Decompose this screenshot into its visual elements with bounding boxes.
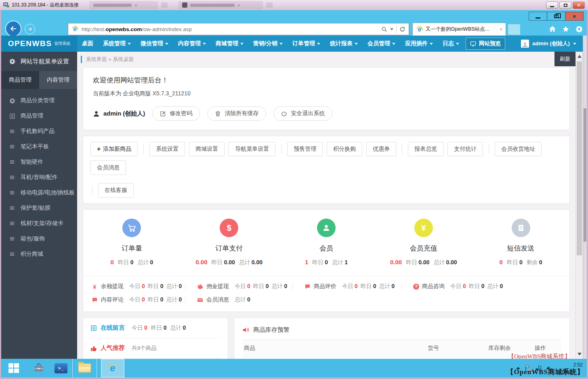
nav-item-system[interactable]: 系统管理 — [98, 36, 136, 52]
sidebar-tabs: 商品管理 内容管理 — [1, 71, 77, 89]
member-address-button[interactable]: 会员收货地址 — [495, 142, 542, 156]
divider — [402, 145, 402, 154]
sidebar-item-product-management[interactable]: 商品管理 — [1, 108, 77, 124]
file-explorer-icon[interactable] — [72, 359, 97, 377]
maximize-button[interactable] — [559, 2, 571, 9]
chevron-down-icon[interactable] — [390, 28, 393, 30]
system-settings-button[interactable]: 系统设置 — [149, 142, 185, 156]
nav-item-content[interactable]: 内容管理 — [173, 36, 211, 52]
sidebar-item-laptops-tablets[interactable]: 笔记本平板 — [1, 139, 77, 154]
online-message-row[interactable]: 在线留言 今日0 昨日0 总计0 — [90, 318, 220, 338]
add-product-button[interactable]: +添加新商品 — [90, 142, 138, 156]
online-service-button[interactable]: 在线客服 — [98, 183, 134, 198]
sidebar-item-headphones-audio[interactable]: 耳机/音响/配件 — [1, 170, 77, 185]
presale-button[interactable]: 预售管理 — [287, 142, 323, 156]
powershell-icon[interactable]: >_ — [55, 363, 67, 373]
member-message-button[interactable]: 会员消息 — [90, 160, 126, 175]
stat-member-recharge: ¥ 会员充值 0.00 昨日0.00 总计0.00 — [375, 219, 472, 266]
sidebar-item-powerbank-battery[interactable]: 移动电源/电池/插线板 — [1, 185, 77, 200]
nav-item-plugins[interactable]: 应用插件 — [400, 36, 438, 52]
watermark: 【OpenWBS商城系统】 — [507, 367, 584, 377]
power-icon — [281, 111, 287, 117]
trash-icon — [215, 111, 221, 117]
gear-icon — [9, 58, 15, 65]
page-scrollbar[interactable] — [575, 52, 583, 359]
sidebar-item-cables-stands-storage[interactable]: 线材/支架/存储卡 — [1, 216, 77, 231]
mini-stat-product-inquiries: ? 商品咨询 今日0 昨日0 总计0 — [401, 283, 569, 290]
minimize-button[interactable] — [546, 2, 558, 9]
scroll-up-arrow-icon[interactable] — [578, 55, 582, 58]
site-preview-button[interactable]: 网站预览 — [466, 38, 505, 50]
nav-item-orders[interactable]: 订单管理 — [288, 36, 325, 52]
server-manager-icon[interactable] — [33, 362, 45, 374]
sidebar-item-smart-hardware[interactable]: 智能硬件 — [1, 154, 77, 170]
gear-icon[interactable] — [575, 25, 583, 33]
nav-item-marketing[interactable]: 营销/分销 — [248, 36, 288, 52]
refresh-icon[interactable] — [399, 26, 405, 32]
logo-text: OPENWBS — [8, 39, 52, 48]
breadcrumb: 系统界面 » 系统桌面 — [86, 56, 134, 63]
tab-content-management[interactable]: 内容管理 — [39, 71, 77, 89]
forward-button[interactable] — [25, 24, 35, 34]
sidebar-item-points-mall[interactable]: 积分商城 — [1, 246, 77, 262]
coupon-button[interactable]: 优惠券 — [366, 142, 396, 156]
internet-explorer-icon[interactable]: e — [101, 359, 124, 377]
menu-icon — [9, 205, 15, 211]
mall-settings-button[interactable]: 商城设置 — [189, 142, 225, 156]
menu-icon — [9, 251, 15, 257]
star-icon[interactable] — [562, 25, 569, 33]
chevron-down-icon — [456, 43, 459, 45]
minimize-button[interactable] — [529, 12, 547, 21]
nav-item-reports[interactable]: 统计报表 — [325, 36, 363, 52]
back-button[interactable] — [5, 21, 21, 37]
clear-cache-button[interactable]: 清除所有缓存 — [207, 106, 266, 121]
new-tab-button[interactable] — [508, 24, 520, 35]
close-icon: × — [134, 3, 137, 8]
sidebar-item-phones-digital[interactable]: 手机数码产品 — [1, 124, 77, 139]
scrollbar-thumb[interactable] — [584, 108, 586, 242]
nav-item-desktop[interactable]: 桌面 — [77, 36, 98, 52]
browser-tab[interactable]: e 又一个新的OpenWBS站点... × — [412, 23, 506, 36]
chevron-down-icon — [317, 43, 320, 45]
close-button[interactable]: × — [565, 12, 584, 21]
blurred-text — [190, 4, 235, 7]
user-menu[interactable]: admin (创始人) — [521, 40, 576, 48]
ie-window-controls: × — [529, 12, 584, 21]
refresh-button[interactable]: 刷新 — [554, 52, 575, 66]
admin-top-nav: OPENWBS 管理系统 桌面 系统管理 微信管理 内容管理 商城管理 营销/分… — [1, 36, 583, 52]
close-button[interactable]: × — [573, 2, 585, 9]
stats-card: 订单量 0 昨日0 总计0 $ 订单支付 0.00 — [83, 209, 570, 312]
window-scrollbar[interactable] — [583, 36, 587, 359]
address-bar[interactable]: e http://test.openwbs.com/ow-admin/index… — [68, 23, 409, 35]
sidebar-item-cases-films[interactable]: 保护套/贴膜 — [1, 200, 77, 216]
scrollbar-thumb[interactable] — [577, 61, 582, 255]
scroll-down-arrow-icon[interactable] — [578, 353, 582, 356]
sidebar-header-nav-menu-settings[interactable]: 网站导航菜单设置 — [1, 52, 77, 71]
rdp-computer-icon — [3, 2, 9, 8]
logout-button[interactable]: 安全退出系统 — [273, 106, 332, 121]
welcome-title: 欢迎使用网站管理后台！ — [93, 76, 560, 85]
divider — [92, 186, 92, 195]
nav-item-wechat[interactable]: 微信管理 — [136, 36, 173, 52]
nav-item-members[interactable]: 会员管理 — [363, 36, 400, 52]
tab-favicon — [182, 2, 187, 8]
start-button[interactable] — [8, 363, 19, 373]
nav-menu-settings-button[interactable]: 导航菜单设置 — [229, 142, 275, 156]
close-tab-icon[interactable]: × — [500, 27, 502, 32]
sidebar-item-bags-apparel[interactable]: 箱包/服饰 — [1, 231, 77, 246]
nav-item-mall[interactable]: 商城管理 — [211, 36, 248, 52]
payment-stats-button[interactable]: 支付统计 — [447, 142, 483, 156]
tab-product-management[interactable]: 商品管理 — [1, 71, 39, 89]
url-text[interactable]: http://test.openwbs.com/ow-admin/index.a… — [82, 26, 381, 32]
sidebar-item-product-category[interactable]: 商品分类管理 — [1, 93, 77, 108]
points-redeem-button[interactable]: 积分换购 — [327, 142, 362, 156]
popular-recommend-row[interactable]: 人气推荐 共9个商品 — [90, 338, 220, 358]
restore-button[interactable] — [547, 12, 565, 21]
search-icon[interactable] — [381, 26, 387, 32]
thumbs-up-icon — [90, 345, 97, 352]
menu-icon — [9, 221, 15, 226]
nav-item-logs[interactable]: 日志 — [438, 36, 464, 52]
change-password-button[interactable]: 修改密码 — [152, 106, 200, 121]
home-icon[interactable] — [549, 25, 556, 33]
report-overview-button[interactable]: 报表总览 — [408, 142, 443, 156]
